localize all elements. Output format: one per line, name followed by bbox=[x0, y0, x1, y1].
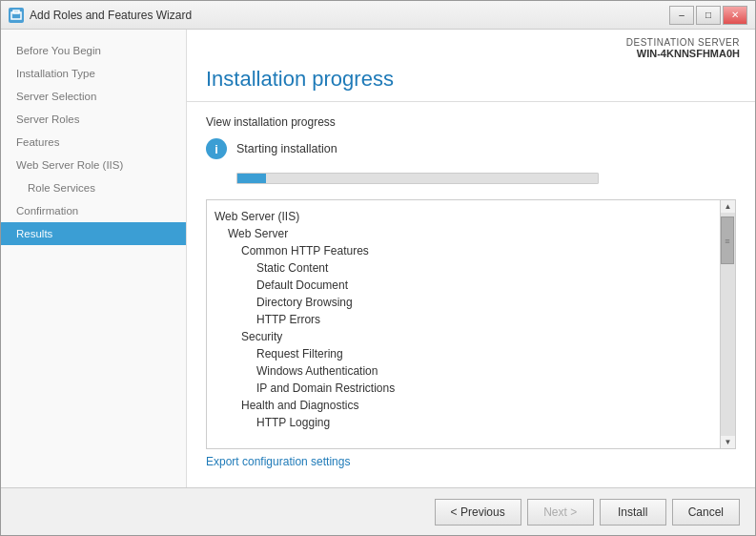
sidebar-item-features[interactable]: Features bbox=[1, 131, 186, 154]
feature-web-server-iis: Web Server (IIS) bbox=[207, 208, 735, 225]
view-progress-label: View installation progress bbox=[206, 115, 736, 129]
feature-directory-browsing: Directory Browsing bbox=[207, 294, 735, 311]
feature-http-errors: HTTP Errors bbox=[207, 311, 735, 328]
app-icon bbox=[9, 8, 24, 23]
sidebar-item-web-server-role[interactable]: Web Server Role (IIS) bbox=[1, 154, 186, 176]
install-button[interactable]: Install bbox=[600, 499, 666, 526]
feature-windows-auth: Windows Authentication bbox=[207, 362, 735, 380]
progress-status-row: i Starting installation bbox=[206, 138, 736, 159]
scroll-down-arrow[interactable]: ▼ bbox=[723, 436, 734, 448]
next-button[interactable]: Next > bbox=[527, 499, 594, 526]
previous-button[interactable]: < Previous bbox=[435, 499, 521, 526]
sidebar-item-server-selection[interactable]: Server Selection bbox=[1, 85, 186, 108]
feature-common-http: Common HTTP Features bbox=[207, 242, 735, 259]
features-list[interactable]: Web Server (IIS) Web Server Common HTTP … bbox=[207, 200, 735, 448]
starting-text: Starting installation bbox=[236, 142, 337, 155]
feature-default-document: Default Document bbox=[207, 277, 735, 294]
feature-http-logging: HTTP Logging bbox=[207, 414, 735, 431]
scroll-up-arrow[interactable]: ▲ bbox=[723, 200, 734, 213]
progress-bar-fill bbox=[237, 174, 266, 183]
window-title: Add Roles and Features Wizard bbox=[30, 9, 192, 22]
progress-bar-container bbox=[236, 173, 599, 184]
sidebar-item-role-services[interactable]: Role Services bbox=[1, 176, 186, 199]
feature-ip-domain: IP and Domain Restrictions bbox=[207, 380, 735, 397]
sidebar: Before You Begin Installation Type Serve… bbox=[1, 30, 187, 487]
sidebar-item-before-you-begin[interactable]: Before You Begin bbox=[1, 39, 186, 62]
sidebar-item-confirmation[interactable]: Confirmation bbox=[1, 199, 186, 222]
page-title: Installation progress bbox=[187, 59, 755, 101]
title-bar: Add Roles and Features Wizard – □ ✕ bbox=[1, 1, 755, 30]
scrollbar[interactable]: ▲ ≡ ▼ bbox=[720, 200, 735, 448]
maximize-button[interactable]: □ bbox=[696, 6, 721, 25]
close-button[interactable]: ✕ bbox=[723, 6, 747, 25]
page-body: View installation progress i Starting in… bbox=[187, 102, 755, 487]
window-controls: – □ ✕ bbox=[669, 6, 747, 25]
feature-security: Security bbox=[207, 328, 735, 345]
scroll-dots: ≡ bbox=[722, 217, 733, 265]
content-area: Before You Begin Installation Type Serve… bbox=[1, 30, 755, 487]
features-box: Web Server (IIS) Web Server Common HTTP … bbox=[206, 199, 736, 449]
destination-label: DESTINATION SERVER bbox=[202, 37, 740, 48]
feature-health-diagnostics: Health and Diagnostics bbox=[207, 397, 735, 414]
scroll-track[interactable]: ≡ bbox=[721, 213, 735, 436]
title-bar-left: Add Roles and Features Wizard bbox=[9, 8, 192, 23]
sidebar-item-installation-type[interactable]: Installation Type bbox=[1, 62, 186, 85]
destination-server-info: DESTINATION SERVER WIN-4KNNSFHMA0H bbox=[187, 30, 755, 59]
minimize-button[interactable]: – bbox=[669, 6, 694, 25]
export-link[interactable]: Export configuration settings bbox=[206, 449, 736, 474]
feature-request-filtering: Request Filtering bbox=[207, 345, 735, 362]
feature-web-server: Web Server bbox=[207, 225, 735, 242]
main-content: DESTINATION SERVER WIN-4KNNSFHMA0H Insta… bbox=[187, 30, 755, 487]
destination-server-name: WIN-4KNNSFHMA0H bbox=[202, 48, 740, 59]
main-window: Add Roles and Features Wizard – □ ✕ Befo… bbox=[0, 0, 756, 536]
sidebar-item-server-roles[interactable]: Server Roles bbox=[1, 108, 186, 131]
info-icon: i bbox=[206, 138, 227, 159]
scroll-thumb[interactable]: ≡ bbox=[721, 216, 734, 264]
footer: < Previous Next > Install Cancel bbox=[1, 487, 755, 535]
sidebar-item-results[interactable]: Results bbox=[1, 222, 186, 245]
feature-static-content: Static Content bbox=[207, 259, 735, 277]
cancel-button[interactable]: Cancel bbox=[672, 499, 740, 526]
